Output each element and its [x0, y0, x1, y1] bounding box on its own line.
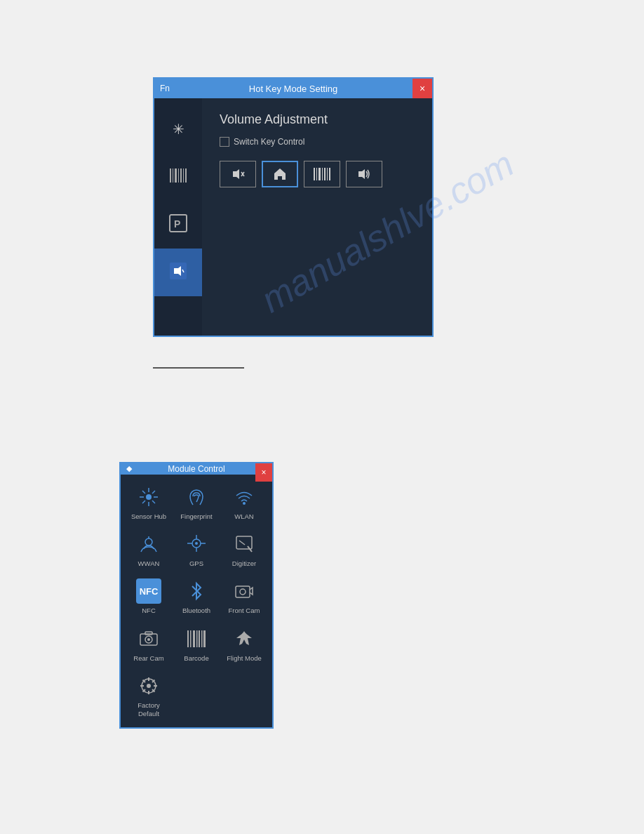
svg-point-37 — [195, 542, 198, 545]
svg-rect-53 — [193, 630, 195, 647]
module-item-front-cam[interactable]: Front Cam — [222, 574, 267, 618]
hotkey-body: ✳ — [154, 98, 432, 336]
svg-marker-15 — [274, 168, 286, 180]
module-item-factory-default[interactable]: Factory Default — [126, 669, 171, 722]
module-close-button[interactable]: × — [255, 463, 272, 482]
parking-icon: P — [168, 213, 188, 237]
hotkey-checkbox-row: Switch Key Control — [220, 137, 415, 147]
nfc-label: NFC — [142, 607, 156, 614]
module-titlebar: ◆ Module Control × — [121, 463, 272, 475]
module-title-icon: ◆ — [126, 464, 132, 473]
nfc-icon: NFC — [136, 578, 161, 604]
hotkey-sidebar-parking[interactable]: P — [154, 201, 202, 249]
module-item-digitizer[interactable]: Digitizer — [222, 527, 267, 571]
svg-rect-51 — [187, 630, 189, 647]
module-item-wlan[interactable]: WLAN — [222, 480, 267, 524]
svg-line-30 — [152, 501, 155, 503]
hotkey-buttons-row — [220, 161, 415, 187]
wlan-icon — [232, 484, 257, 510]
module-item-rear-cam[interactable]: Rear Cam — [126, 622, 171, 666]
svg-rect-2 — [175, 168, 177, 183]
sensor-hub-icon — [136, 484, 161, 510]
svg-rect-3 — [178, 168, 179, 183]
svg-point-46 — [240, 589, 246, 595]
hotkey-titlebar: Fn Hot Key Mode Setting × — [154, 79, 432, 98]
hotkey-title-text: Hot Key Mode Setting — [249, 84, 337, 94]
factory-default-label: Factory Default — [128, 701, 170, 717]
svg-rect-56 — [201, 630, 203, 647]
svg-rect-45 — [236, 586, 250, 597]
flight-mode-label: Flight Mode — [227, 654, 262, 662]
switch-key-label: Switch Key Control — [234, 137, 304, 147]
svg-text:P: P — [174, 218, 180, 230]
svg-point-33 — [243, 502, 246, 505]
hotkey-window: Fn Hot Key Mode Setting × ✳ — [153, 77, 434, 337]
svg-rect-57 — [203, 630, 206, 647]
hotkey-close-button[interactable]: × — [412, 79, 432, 98]
fingerprint-icon — [184, 484, 209, 510]
module-item-bluetooth[interactable]: Bluetooth — [174, 574, 219, 618]
home-button[interactable] — [262, 161, 298, 187]
svg-point-34 — [145, 538, 152, 545]
wwan-icon — [136, 531, 161, 557]
svg-marker-12 — [233, 169, 239, 179]
module-title-text: Module Control — [168, 464, 224, 474]
switch-key-checkbox[interactable] — [220, 137, 229, 147]
svg-rect-52 — [190, 630, 192, 647]
svg-rect-20 — [324, 168, 326, 180]
gps-label: GPS — [189, 560, 203, 567]
module-item-nfc[interactable]: NFC NFC — [126, 574, 171, 618]
hotkey-sidebar-brightness[interactable]: ✳ — [154, 105, 202, 153]
hotkey-sidebar-volume[interactable] — [154, 249, 202, 296]
barcode-btn[interactable] — [304, 161, 340, 187]
gps-icon — [184, 531, 209, 557]
svg-rect-22 — [329, 168, 330, 180]
factory-default-icon — [136, 673, 161, 699]
svg-rect-6 — [185, 168, 187, 183]
module-window: ◆ Module Control × Sensor Hub — [119, 462, 274, 729]
svg-rect-1 — [173, 168, 173, 183]
svg-rect-55 — [199, 630, 200, 647]
flight-mode-icon — [232, 626, 257, 651]
svg-line-31 — [152, 491, 155, 494]
rear-cam-icon — [136, 626, 161, 651]
hotkey-sidebar: ✳ — [154, 98, 202, 336]
sensor-hub-label: Sensor Hub — [131, 512, 166, 520]
hotkey-sidebar-barcode[interactable] — [154, 153, 202, 201]
svg-rect-54 — [196, 630, 198, 647]
mute-button[interactable] — [220, 161, 256, 187]
svg-rect-19 — [322, 168, 323, 180]
svg-marker-23 — [358, 169, 365, 179]
volume-sidebar-icon — [168, 261, 188, 284]
module-item-barcode[interactable]: Barcode — [174, 622, 219, 666]
hotkey-title-icon: Fn — [160, 84, 170, 93]
svg-rect-5 — [183, 168, 184, 183]
bluetooth-icon — [184, 578, 209, 604]
wwan-label: WWAN — [138, 560, 160, 567]
brightness-icon: ✳ — [173, 121, 185, 138]
svg-rect-0 — [170, 168, 171, 183]
module-item-gps[interactable]: GPS — [174, 527, 219, 571]
barcode-sidebar-icon — [168, 166, 188, 189]
svg-rect-4 — [180, 168, 182, 183]
module-item-flight-mode[interactable]: Flight Mode — [222, 622, 267, 666]
svg-rect-42 — [236, 536, 252, 549]
hotkey-content-title: Volume Adjustment — [220, 112, 415, 127]
svg-rect-21 — [327, 168, 328, 180]
hotkey-content: Volume Adjustment Switch Key Control — [202, 98, 432, 336]
module-item-fingerprint[interactable]: Fingerprint — [174, 480, 219, 524]
front-cam-icon — [232, 578, 257, 604]
svg-rect-17 — [316, 168, 317, 180]
front-cam-label: Front Cam — [229, 607, 260, 614]
fingerprint-label: Fingerprint — [180, 512, 212, 520]
section-divider — [153, 367, 244, 369]
svg-rect-18 — [318, 168, 321, 180]
module-item-sensor-hub[interactable]: Sensor Hub — [126, 480, 171, 524]
wlan-label: WLAN — [234, 512, 253, 520]
bluetooth-label: Bluetooth — [182, 607, 210, 614]
svg-point-24 — [146, 494, 152, 500]
barcode-module-label: Barcode — [184, 654, 208, 662]
module-item-wwan[interactable]: WWAN — [126, 527, 171, 571]
volume-up-button[interactable] — [346, 161, 382, 187]
digitizer-label: Digitizer — [232, 560, 256, 567]
